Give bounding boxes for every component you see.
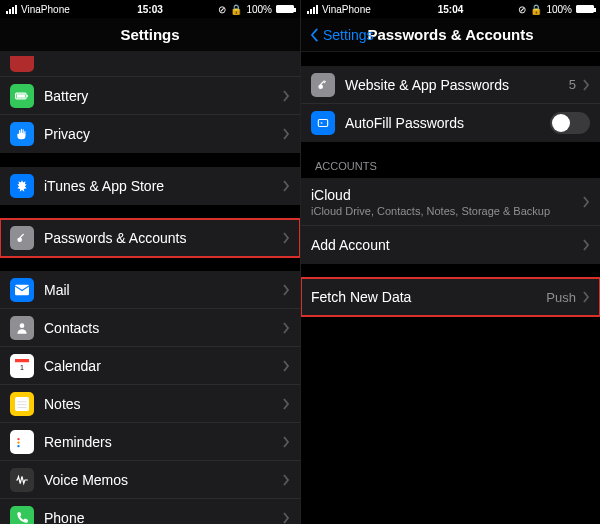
phone-icon [10, 506, 34, 525]
clock: 15:04 [301, 4, 600, 15]
chevron-right-icon [282, 284, 290, 296]
chevron-right-icon [582, 239, 590, 251]
row-label: Privacy [44, 126, 282, 142]
status-bar: VinaPhone 15:04 ⊘ 🔒 100% [301, 0, 600, 18]
mail-icon [10, 278, 34, 302]
row-label: iTunes & App Store [44, 178, 282, 194]
list-item[interactable]: Passwords & Accounts [0, 219, 300, 257]
row-label: Add Account [311, 237, 582, 253]
chevron-right-icon [282, 398, 290, 410]
list-item[interactable] [0, 52, 300, 77]
svg-point-3 [17, 237, 22, 242]
passwords-list[interactable]: Website & App Passwords 5 AutoFill Passw… [301, 52, 600, 524]
chevron-right-icon [282, 436, 290, 448]
status-bar: VinaPhone 15:03 ⊘ 🔒 100% [0, 0, 300, 18]
icloud-row[interactable]: iCloud iCloud Drive, Contacts, Notes, St… [301, 178, 600, 226]
chevron-right-icon [282, 474, 290, 486]
svg-point-16 [17, 441, 19, 443]
svg-rect-4 [20, 234, 25, 239]
chevron-right-icon [282, 90, 290, 102]
svg-point-6 [20, 323, 25, 328]
row-label: Website & App Passwords [345, 77, 569, 93]
row-sublabel: iCloud Drive, Contacts, Notes, Storage &… [311, 205, 582, 217]
page-title: Settings [120, 26, 179, 43]
list-item[interactable]: Battery [0, 77, 300, 115]
row-label: iCloud [311, 187, 582, 203]
reminders-icon [10, 430, 34, 454]
list-item[interactable]: Notes [0, 385, 300, 423]
row-label: Calendar [44, 358, 282, 374]
svg-rect-2 [17, 94, 25, 98]
battery-icon [276, 5, 294, 13]
row-label: Reminders [44, 434, 282, 450]
row-label: Voice Memos [44, 472, 282, 488]
list-item[interactable]: Privacy [0, 115, 300, 153]
svg-rect-7 [15, 359, 29, 363]
chevron-right-icon [582, 79, 590, 91]
row-count: 5 [569, 77, 576, 92]
clock: 15:03 [0, 4, 300, 15]
hand-icon [10, 122, 34, 146]
row-label: AutoFill Passwords [345, 115, 550, 131]
add-account-row[interactable]: Add Account [301, 226, 600, 264]
row-label: Contacts [44, 320, 282, 336]
list-item[interactable]: 1Calendar [0, 347, 300, 385]
row-label: Mail [44, 282, 282, 298]
svg-point-19 [318, 84, 323, 89]
svg-rect-14 [15, 435, 29, 449]
list-item[interactable]: Voice Memos [0, 461, 300, 499]
svg-rect-10 [15, 397, 29, 411]
list-item[interactable]: Contacts [0, 309, 300, 347]
svg-point-17 [17, 444, 19, 446]
chevron-right-icon [282, 360, 290, 372]
fetch-new-data-row[interactable]: Fetch New Data Push [301, 278, 600, 316]
row-value: Push [546, 290, 576, 305]
battery-icon [576, 5, 594, 13]
row-label: Phone [44, 510, 282, 525]
chevron-right-icon [282, 128, 290, 140]
svg-rect-1 [27, 94, 28, 96]
autofill-toggle[interactable] [550, 112, 590, 134]
back-label: Settings [323, 27, 374, 43]
autofill-icon [311, 111, 335, 135]
svg-rect-22 [318, 120, 327, 127]
key-icon [311, 73, 335, 97]
key-icon [10, 226, 34, 250]
svg-text:1: 1 [20, 364, 24, 371]
row-label: Battery [44, 88, 282, 104]
autofill-row[interactable]: AutoFill Passwords [301, 104, 600, 142]
back-button[interactable]: Settings [307, 27, 374, 43]
appstore-icon [10, 174, 34, 198]
nav-header: Settings [0, 18, 300, 52]
website-passwords-row[interactable]: Website & App Passwords 5 [301, 66, 600, 104]
chevron-right-icon [282, 322, 290, 334]
list-item[interactable]: Reminders [0, 423, 300, 461]
voicememo-icon [10, 468, 34, 492]
page-title: Passwords & Accounts [367, 26, 533, 43]
contacts-icon [10, 316, 34, 340]
list-item[interactable]: Mail [0, 271, 300, 309]
svg-point-15 [17, 437, 19, 439]
chevron-right-icon [582, 291, 590, 303]
list-item[interactable]: Phone [0, 499, 300, 524]
chevron-right-icon [282, 512, 290, 524]
settings-screen: VinaPhone 15:03 ⊘ 🔒 100% Settings Batter… [0, 0, 300, 524]
chevron-right-icon [282, 232, 290, 244]
passwords-screen: VinaPhone 15:04 ⊘ 🔒 100% Settings Passwo… [300, 0, 600, 524]
chevron-right-icon [582, 196, 590, 208]
unknown-icon [10, 56, 34, 72]
row-label: Passwords & Accounts [44, 230, 282, 246]
battery-icon [10, 84, 34, 108]
accounts-header: ACCOUNTS [301, 142, 600, 178]
nav-header: Settings Passwords & Accounts [301, 18, 600, 52]
settings-list[interactable]: Battery Privacy iTunes & App Store Passw… [0, 52, 300, 524]
row-label: Fetch New Data [311, 289, 546, 305]
row-label: Notes [44, 396, 282, 412]
list-item[interactable]: iTunes & App Store [0, 167, 300, 205]
calendar-icon: 1 [10, 354, 34, 378]
chevron-right-icon [282, 180, 290, 192]
notes-icon [10, 392, 34, 416]
